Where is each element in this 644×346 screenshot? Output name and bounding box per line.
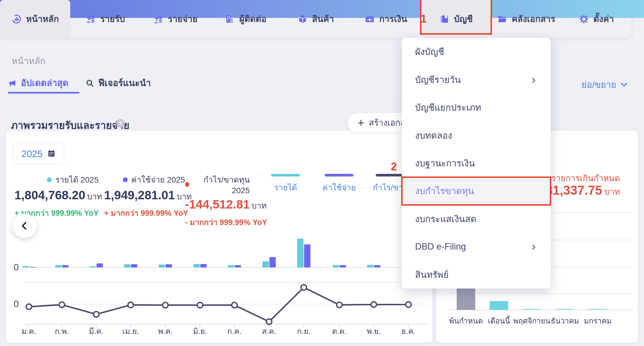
svg-text:พ้นกำหนด: พ้นกำหนด — [449, 317, 483, 325]
legend-toggle-expense[interactable]: ค่าใช้จ่าย — [322, 174, 356, 194]
collapse-expand-label: ย่อ/ขยาย — [582, 77, 616, 92]
overdue-amount: 181,337.75บาท — [538, 183, 620, 198]
nav-item-label: หน้าหลัก — [26, 12, 59, 26]
svg-text:มิ.ย.: มิ.ย. — [193, 327, 207, 336]
stat-value: -144,512.81 — [185, 198, 250, 211]
legend-toggle-income[interactable]: รายได้ — [268, 174, 303, 194]
step-1-badge: 1 — [421, 13, 427, 25]
megaphone-icon — [8, 79, 17, 88]
plus-icon: + — [358, 117, 364, 129]
legend-label: รายได้ — [268, 181, 303, 194]
stat-unit: บาท — [251, 201, 267, 210]
menu-item-label: บัญชีแยกประเภท — [415, 100, 481, 115]
nav-item-products[interactable]: สินค้า — [281, 0, 351, 38]
chevron-right-icon — [530, 243, 537, 250]
tabs: อัปเดตล่าสุด ฟีเจอร์แนะนำ — [8, 76, 151, 90]
stat-label: รายได้ 2025 — [55, 173, 99, 186]
income-icon — [86, 14, 96, 24]
svg-text:ก.พ.: ก.พ. — [55, 327, 69, 336]
tab-label: อัปเดตล่าสุด — [21, 76, 69, 90]
nav-item-contacts[interactable]: ผู้ติดต่อ — [210, 0, 281, 38]
svg-text:พฤศจิกายน: พฤศจิกายน — [513, 317, 550, 325]
step-2-badge: 2 — [391, 161, 397, 173]
legend-label: ค่าใช้จ่าย — [322, 181, 356, 194]
nav-item-income[interactable]: รายรับ — [70, 0, 140, 38]
svg-text:พ.ค.: พ.ค. — [158, 327, 173, 336]
documents-icon — [497, 14, 507, 24]
top-nav: หน้าหลักรายรับรายจ่ายผู้ติดต่อสินค้าการเ… — [0, 0, 631, 38]
menu-item-daily-journal[interactable]: บัญชีรายวัน — [402, 66, 551, 93]
menu-item-general-ledger[interactable]: บัญชีแยกประเภท — [402, 94, 551, 121]
stat-value: 1,804,768.20 — [14, 188, 85, 202]
menu-item-label: DBD e-Filing — [415, 241, 466, 252]
overview-card: ม.ค.ก.พ.มี.ค.เม.ย.พ.ค.มิ.ย.ก.ค.ส.ค.ก.ย.ต… — [6, 131, 432, 343]
svg-text:ธันวาคม: ธันวาคม — [551, 317, 579, 325]
menu-item-assets[interactable]: สินทรัพย์ — [402, 261, 551, 289]
stat-label: กำไร/ขาดทุน 2025 — [193, 173, 250, 195]
active-tab-underline — [8, 92, 79, 94]
stat-yoy: - มากกว่า 999.99% YoY — [185, 216, 250, 228]
chevron-down-icon — [620, 80, 628, 89]
menu-item-trial-balance[interactable]: งบทดลอง — [402, 121, 551, 149]
menu-item-label: งบกำไรขาดทุน — [415, 184, 474, 198]
svg-text:พ.ย.: พ.ย. — [367, 327, 381, 336]
tab-latest-updates[interactable]: อัปเดตล่าสุด — [8, 76, 69, 90]
nav-item-label: ผู้ติดต่อ — [239, 12, 267, 26]
contacts-icon — [225, 14, 235, 24]
menu-item-cash-flow[interactable]: งบกระแสเงินสด — [402, 205, 551, 233]
accounting-dropdown-menu: ผังบัญชีบัญชีรายวันบัญชีแยกประเภทงบทดลอง… — [402, 38, 551, 289]
nav-item-label: รายจ่าย — [168, 12, 198, 26]
legend-line — [325, 174, 354, 176]
year-value: 2025 — [21, 148, 42, 159]
stat-expense: ค่าใช้จ่าย 2025 1,949,281.01บาท + มากกว่… — [104, 173, 185, 219]
menu-item-label: งบทดลอง — [415, 128, 452, 143]
nav-item-label: สินค้า — [312, 12, 334, 26]
svg-text:ก.ค.: ก.ค. — [227, 327, 241, 336]
menu-item-financial-position[interactable]: งบฐานะการเงิน — [402, 149, 551, 177]
products-icon — [297, 14, 308, 24]
year-selector[interactable]: 2025 — [13, 143, 64, 164]
menu-item-profit-loss-statement[interactable]: งบกำไรขาดทุน — [402, 177, 551, 205]
svg-text:ธ.ค.: ธ.ค. — [401, 327, 416, 336]
profit-dot — [185, 182, 189, 187]
svg-text:เดือนนี้: เดือนนี้ — [488, 315, 510, 325]
search-icon — [85, 79, 94, 88]
stat-yoy: + มากกว่า 999.99% YoY — [104, 207, 185, 219]
carousel-prev-button[interactable] — [12, 214, 37, 238]
menu-item-label: ผังบัญชี — [415, 44, 444, 59]
menu-item-label: สินทรัพย์ — [415, 267, 449, 282]
stat-value: 1,949,281.01 — [104, 188, 175, 202]
finance-icon — [364, 14, 375, 24]
legend-line — [271, 174, 300, 176]
nav-item-label: บัญชี — [454, 12, 473, 26]
nav-item-home[interactable]: หน้าหลัก — [0, 0, 70, 38]
nav-item-documents[interactable]: คลังเอกสาร — [491, 0, 561, 38]
menu-item-chart-of-accounts[interactable]: ผังบัญชี — [402, 38, 551, 66]
help-icon[interactable]: ? — [116, 119, 125, 128]
expense-dot — [123, 177, 128, 182]
svg-text:ม.ค.: ม.ค. — [22, 327, 36, 336]
nav-item-finance[interactable]: การเงิน — [351, 0, 421, 38]
calendar-icon — [47, 149, 56, 159]
stat-unit: บาท — [87, 192, 102, 201]
tab-label: ฟีเจอร์แนะนำ — [98, 76, 151, 90]
nav-item-expense[interactable]: รายจ่าย — [140, 0, 210, 38]
income-dot — [47, 177, 52, 182]
breadcrumb: หน้าหลัก — [12, 54, 45, 68]
menu-item-dbd-efiling[interactable]: DBD e-Filing — [402, 233, 551, 261]
stat-income: รายได้ 2025 1,804,768.20บาท + มากกว่า 99… — [14, 173, 99, 219]
menu-item-label: บัญชีรายวัน — [415, 72, 461, 87]
stat-label: ค่าใช้จ่าย 2025 — [131, 173, 185, 186]
chevron-right-icon — [530, 76, 537, 83]
tab-recommended-features[interactable]: ฟีเจอร์แนะนำ — [85, 76, 151, 90]
nav-item-accounting[interactable]: บัญชี — [421, 0, 491, 38]
stat-profit: กำไร/ขาดทุน 2025 -144,512.81บาท - มากกว่… — [185, 173, 250, 228]
nav-item-label: การเงิน — [379, 12, 407, 26]
svg-text:มี.ค.: มี.ค. — [89, 327, 104, 336]
svg-text:ต.ค.: ต.ค. — [332, 327, 347, 336]
collapse-expand-link[interactable]: ย่อ/ขยาย — [582, 77, 628, 92]
nav-item-settings[interactable]: ตั้งค่า — [561, 0, 631, 38]
chevron-left-icon — [19, 220, 30, 231]
svg-text:0: 0 — [14, 299, 18, 309]
menu-item-label: งบกระแสเงินสด — [415, 212, 476, 226]
